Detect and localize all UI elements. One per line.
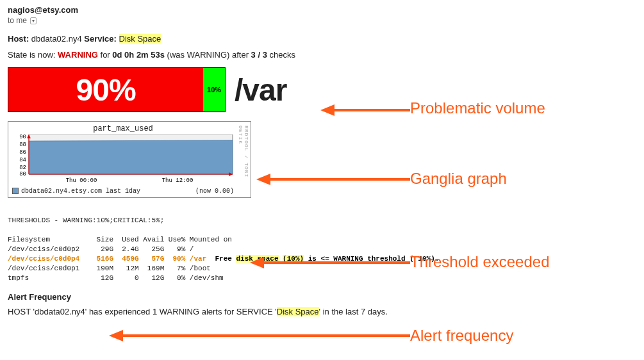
af-host: dbdata02.ny4 [35,307,85,316]
recipient-dropdown-icon[interactable]: ▾ [30,17,37,24]
af-suffix: ' in the last 7 days. [319,307,388,316]
annotation-problematic-volume: Problematic volume [410,99,545,117]
thresholds-header: THRESHOLDS - WARNING:10%;CRITICAL:5%; [8,217,164,224]
ytick: 90 [19,135,26,140]
graph-side-text: RRDTOOL / TOBI OETIK [238,126,249,197]
legend-host: dbdata02.ny4.etsy.com last 1day [21,188,140,195]
arrow-icon [256,172,410,187]
annotation-threshold-exceeded: Threshold exceeded [410,253,549,271]
af-prefix: HOST ' [8,307,35,316]
fs-row-warning: /dev/cciss/c0d0p4 516G 459G 57G 90% /var [8,255,206,263]
service-value: Disk Space [119,34,161,44]
state-for: for [101,50,110,60]
fs-row: /dev/cciss/c0d0p2 29G 2.4G 25G 9% / [8,245,194,253]
thresholds-block: THRESHOLDS - WARNING:10%;CRITICAL:5%; Fi… [8,216,636,283]
ytick: 84 [19,157,26,163]
ytick: 82 [19,165,26,171]
volume-name: /var [235,72,286,108]
fs-row: tmpfs 12G 0 12G 0% /dev/shm [8,274,224,282]
ytick: 86 [19,149,26,156]
annotation-ganglia-graph: Ganglia graph [410,170,507,188]
to-text: to me [8,16,27,25]
fs-row: /dev/cciss/c0d0p1 190M 12M 169M 7% /boot [8,265,211,272]
svg-marker-10 [320,104,334,116]
state-line: State is now: WARNING for 0d 0h 2m 53s (… [8,50,636,60]
legend-swatch [12,188,19,194]
graph-legend: dbdata02.ny4.etsy.com last 1day (now 0.0… [11,186,235,195]
alert-frequency-title: Alert Frequency [8,292,636,302]
state-checks: 3 / 3 [251,50,267,60]
arrow-icon [320,102,410,118]
usage-bar: 90% 10% [8,67,226,112]
svg-marker-12 [256,174,270,185]
xtick: Thu 00:00 [66,177,97,184]
state-value: WARNING [58,50,98,60]
af-service: Disk Space [277,307,319,316]
service-label: Service: [84,34,117,44]
svg-marker-14 [250,257,264,268]
graph-svg: 90 88 86 84 82 80 Thu 00:00 Thu 12:00 [11,135,235,184]
state-checks-suffix: checks [270,50,295,60]
alert-frequency-body: HOST 'dbdata02.ny4' has experienced 1 WA… [8,307,636,316]
usage-bar-free: 10% [203,68,225,111]
ytick: 80 [19,171,26,177]
email-from: nagios@etsy.com [8,5,636,15]
email-to-line: to me ▾ [8,16,636,25]
xtick: Thu 12:00 [162,177,194,184]
state-was: (was WARNING) after [167,50,249,60]
arrow-icon [250,255,410,270]
af-mid: ' has experienced 1 WARNING alerts for S… [85,307,277,316]
fs-header: Filesystem Size Used Avail Use% Mounted … [8,236,232,243]
host-label: Host: [8,34,29,44]
ganglia-graph: part_max_used RRDTOOL / TOBI OETIK 90 88… [8,121,251,198]
usage-bar-used: 90% [8,68,203,111]
host-value: dbdata02.ny4 [31,34,82,44]
legend-now: (now 0.00) [195,188,234,195]
usage-bar-used-label: 90% [76,72,136,108]
ytick: 88 [19,142,26,148]
state-duration: 0d 0h 2m 53s [112,50,165,60]
usage-bar-free-label: 10% [207,86,221,94]
state-prefix: State is now: [8,50,55,60]
graph-title: part_max_used [11,124,235,133]
host-service-line: Host: dbdata02.ny4 Service: Disk Space [8,34,636,44]
